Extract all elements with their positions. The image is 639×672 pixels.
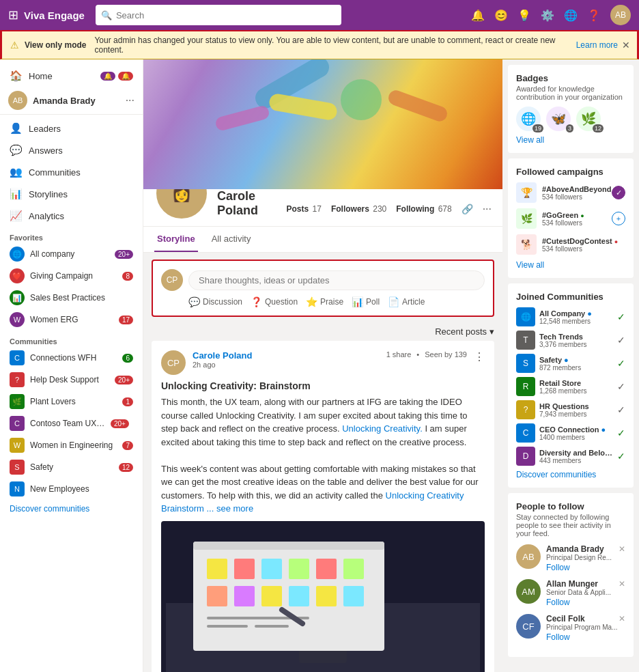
check-icon: ✓ xyxy=(617,451,625,462)
post-link1[interactable]: Unlocking Creativity. xyxy=(342,423,423,434)
sidebar-user-more[interactable]: ··· xyxy=(126,94,134,107)
sidebar-item-analytics[interactable]: 📈 Analytics xyxy=(0,205,143,227)
post-author-name[interactable]: Carole Poland xyxy=(193,350,252,361)
more-actions-icon[interactable]: ··· xyxy=(483,203,492,215)
fav-icon-all-company: 🌐 xyxy=(10,247,25,262)
people-close-allan[interactable]: ✕ xyxy=(619,579,625,589)
fav-label: Sales Best Practices xyxy=(30,293,133,303)
compose-action-question[interactable]: ❓ Question xyxy=(251,296,298,307)
post-header: CP Carole Poland 2h ago 1 share • Seen b… xyxy=(161,350,485,375)
badge-item-3: 🌿 12 xyxy=(576,107,601,131)
campaigns-view-all[interactable]: View all xyxy=(516,260,625,270)
joined-discover-link[interactable]: Discover communities xyxy=(516,470,625,479)
sidebar-comm-helpdesk[interactable]: ? Help Desk Support 20+ xyxy=(0,369,143,391)
people-follow-button-amanda[interactable]: Follow xyxy=(546,563,625,572)
campaign-name-3[interactable]: #CutestDogContest ● xyxy=(542,237,625,245)
sidebar-fav-item-women-erg[interactable]: W Women ERG 17 xyxy=(0,309,143,331)
svg-rect-8 xyxy=(261,559,282,579)
sidebar-item-answers[interactable]: 💬 Answers xyxy=(0,139,143,161)
see-more[interactable]: ... see more xyxy=(206,503,253,514)
compose-action-praise[interactable]: ⭐ Praise xyxy=(306,296,343,307)
profile-stat-followers: Followers 230 xyxy=(331,204,386,214)
help-icon[interactable]: ❓ xyxy=(587,9,601,22)
profile-banner xyxy=(143,59,502,189)
chain-icon[interactable]: 🔗 xyxy=(462,204,473,214)
joined-name[interactable]: HR Questions xyxy=(539,402,613,410)
profile-stats: Posts 17 Followers 230 Following 678 🔗 ·… xyxy=(287,203,492,221)
people-close-cecil[interactable]: ✕ xyxy=(619,614,625,624)
user-avatar[interactable]: AB xyxy=(610,5,631,25)
sidebar-comm-safety[interactable]: S Safety 12 xyxy=(0,456,143,478)
tab-all-activity[interactable]: All activity xyxy=(209,227,254,252)
article-icon: 📄 xyxy=(388,296,399,307)
sidebar-comm-connections[interactable]: C Connections WFH 6 xyxy=(0,347,143,369)
search-input[interactable] xyxy=(116,10,336,20)
campaign-follow-btn-2[interactable]: + xyxy=(612,212,625,225)
compose-input[interactable] xyxy=(188,270,485,290)
campaign-follow-btn-1[interactable]: ✓ xyxy=(612,186,625,199)
badges-title: Badges xyxy=(516,73,625,83)
people-name[interactable]: Allan Munger xyxy=(546,579,625,589)
campaign-item-2: 🌿 #GoGreen ● 534 followers + xyxy=(516,208,625,229)
people-name[interactable]: Cecil Folk xyxy=(546,614,625,624)
sidebar-item-label: Communities xyxy=(29,167,81,178)
joined-item-diversity: D Diversity and Belonging ● 443 members … xyxy=(516,447,625,466)
sidebar-item-leaders[interactable]: 👤 Leaders xyxy=(0,117,143,139)
people-info: Amanda Brady Principal Design Re... Foll… xyxy=(546,544,625,572)
post-share-info: 1 share • Seen by 139 xyxy=(386,350,467,359)
bulb-icon[interactable]: 💡 xyxy=(517,9,531,22)
people-close-amanda[interactable]: ✕ xyxy=(619,544,625,554)
badges-view-all[interactable]: View all xyxy=(516,135,625,145)
alert-learn-more[interactable]: Learn more xyxy=(576,40,618,50)
sidebar-comm-new-employees[interactable]: N New Employees xyxy=(0,478,143,500)
joined-name[interactable]: Safety ● xyxy=(539,356,613,364)
joined-name[interactable]: Diversity and Belonging ● xyxy=(539,449,613,457)
sidebar-comm-plant[interactable]: 🌿 Plant Lovers 1 xyxy=(0,391,143,412)
notification-icon[interactable]: 🔔 xyxy=(471,9,485,22)
people-name[interactable]: Amanda Brady xyxy=(546,544,625,554)
people-follow-button-allan[interactable]: Follow xyxy=(546,598,625,607)
sidebar-item-storylines[interactable]: 📊 Storylines xyxy=(0,183,143,205)
sidebar-user-row: AB Amanda Brady ··· xyxy=(0,87,143,115)
sidebar-fav-item-all-company[interactable]: 🌐 All company 20+ xyxy=(0,243,143,265)
post-card: CP Carole Poland 2h ago 1 share • Seen b… xyxy=(152,341,494,672)
settings-icon[interactable]: ⚙️ xyxy=(541,9,554,22)
search-bar[interactable]: 🔍 xyxy=(96,5,341,25)
sidebar-comm-women-eng[interactable]: W Women in Engineering 7 xyxy=(0,434,143,456)
people-follow-button-cecil[interactable]: Follow xyxy=(546,632,625,642)
leaders-icon: 👤 xyxy=(10,122,22,135)
alert-close[interactable]: ✕ xyxy=(622,40,630,51)
svg-rect-13 xyxy=(289,586,309,606)
sidebar-item-communities[interactable]: 👥 Communities xyxy=(0,161,143,183)
sidebar-comm-contoso[interactable]: C Contoso Team UX (Desig... 20+ xyxy=(0,412,143,434)
globe-icon[interactable]: 🌐 xyxy=(564,9,578,22)
alert-label: View only mode xyxy=(25,40,86,50)
compose-action-poll[interactable]: 📊 Poll xyxy=(352,296,380,307)
sidebar-item-home[interactable]: 🏠 Home 🔔 🔔 xyxy=(0,65,143,87)
compose-action-discussion[interactable]: 💬 Discussion xyxy=(188,296,242,307)
post-more-icon[interactable]: ⋮ xyxy=(474,350,485,363)
sidebar-fav-item-sales[interactable]: 📊 Sales Best Practices xyxy=(0,287,143,309)
joined-name[interactable]: Tech Trends xyxy=(539,333,613,341)
campaign-item-1: 🏆 #AboveAndBeyond 534 followers ✓ xyxy=(516,182,625,203)
tab-storyline[interactable]: Storyline xyxy=(154,227,198,252)
campaign-name-2[interactable]: #GoGreen ● xyxy=(542,211,606,219)
praise-icon: ⭐ xyxy=(306,296,317,307)
joined-name[interactable]: Retail Store xyxy=(539,379,613,387)
recent-posts-dropdown[interactable]: Recent posts ▾ xyxy=(435,326,494,337)
joined-name[interactable]: All Company ● xyxy=(539,309,613,318)
svg-rect-20 xyxy=(255,617,309,619)
sidebar: 🏠 Home 🔔 🔔 AB Amanda Brady ··· 👤 Leaders… xyxy=(0,59,143,672)
fav-label: Giving Campaign xyxy=(30,271,117,281)
campaigns-title: Followed campaigns xyxy=(516,167,625,177)
joined-name[interactable]: CEO Connection ● xyxy=(539,425,613,434)
sidebar-fav-item-giving[interactable]: ❤️ Giving Campaign 8 xyxy=(0,265,143,287)
discover-communities-link[interactable]: Discover communities xyxy=(0,500,143,518)
compose-action-article[interactable]: 📄 Article xyxy=(388,296,425,307)
badge-item-1: 🌐 19 xyxy=(516,107,541,131)
campaign-name-1[interactable]: #AboveAndBeyond xyxy=(542,185,606,193)
grid-icon[interactable]: ⊞ xyxy=(8,8,18,23)
emoji-icon[interactable]: 😊 xyxy=(494,9,508,22)
people-title-text: Senior Data & Appli... xyxy=(546,589,625,596)
svg-rect-19 xyxy=(207,625,248,628)
